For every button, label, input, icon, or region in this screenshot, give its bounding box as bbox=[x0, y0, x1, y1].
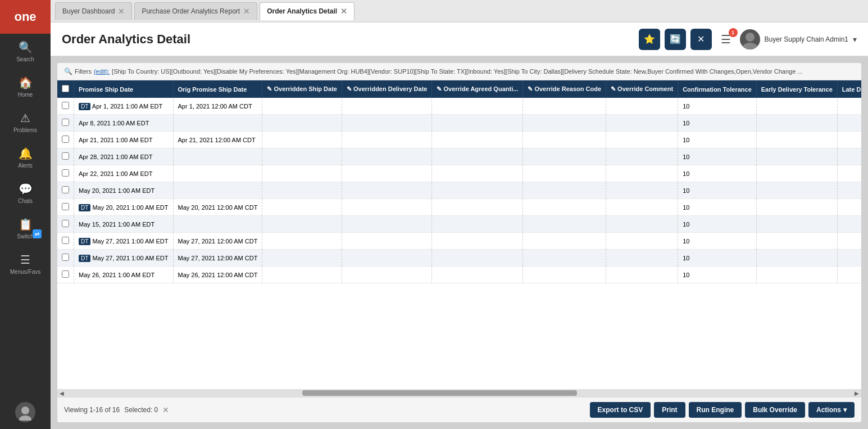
tab-bar: Buyer Dashboard ✕ Purchase Order Analyti… bbox=[51, 0, 868, 22]
row-col1: Apr 21, 2021 1:00 AM EDT bbox=[74, 132, 174, 148]
export-csv-button[interactable]: Export to CSV bbox=[590, 402, 651, 418]
row-early-tolerance bbox=[756, 182, 837, 199]
actions-button[interactable]: Actions ▾ bbox=[808, 402, 855, 418]
filter-edit-link[interactable]: (edit): bbox=[94, 68, 110, 75]
row-late-tolerance bbox=[837, 98, 861, 115]
row-overridden-ship-date bbox=[262, 115, 342, 132]
close-tab-buyer-dashboard[interactable]: ✕ bbox=[118, 7, 125, 15]
tab-order-analytics-detail[interactable]: Order Analytics Detail ✕ bbox=[260, 2, 355, 20]
row-checkbox[interactable] bbox=[62, 119, 69, 126]
sidebar-item-alerts[interactable]: 🔔 Alerts bbox=[0, 140, 51, 175]
sidebar: one 🔍 Search 🏠 Home ⚠ Problems 🔔 Alerts … bbox=[0, 0, 51, 429]
switch-icon: 📋 bbox=[19, 218, 33, 231]
row-checkbox-cell bbox=[57, 199, 74, 216]
row-early-tolerance bbox=[756, 165, 837, 182]
row-checkbox[interactable] bbox=[62, 220, 69, 227]
row-override-reason bbox=[523, 115, 606, 132]
row-override-reason bbox=[523, 165, 606, 182]
scroll-thumb[interactable] bbox=[302, 390, 578, 396]
horizontal-scrollbar[interactable]: ◀ ▶ bbox=[57, 389, 861, 397]
sidebar-item-search[interactable]: 🔍 Search bbox=[0, 34, 51, 69]
row-overridden-ship-date bbox=[262, 199, 342, 216]
row-checkbox-cell bbox=[57, 115, 74, 132]
row-early-tolerance bbox=[756, 115, 837, 132]
row-checkbox[interactable] bbox=[62, 186, 69, 193]
tab-po-analytics[interactable]: Purchase Order Analytics Report ✕ bbox=[134, 2, 257, 20]
star-button[interactable]: ⭐ bbox=[639, 29, 660, 50]
tab-label: Order Analytics Detail bbox=[267, 7, 337, 15]
row-checkbox[interactable] bbox=[62, 169, 69, 177]
row-override-agreed bbox=[432, 250, 523, 267]
row-orig-promise-ship-date bbox=[173, 165, 262, 182]
row-checkbox[interactable] bbox=[62, 270, 69, 278]
sidebar-item-home[interactable]: 🏠 Home bbox=[0, 69, 51, 105]
close-button[interactable]: ✕ bbox=[690, 29, 712, 50]
row-overridden-delivery-date bbox=[342, 165, 432, 182]
sidebar-item-label: Alerts bbox=[18, 162, 33, 169]
row-orig-promise-ship-date bbox=[173, 115, 262, 132]
row-overridden-ship-date bbox=[262, 216, 342, 233]
menus-icon: ☰ bbox=[20, 253, 30, 267]
row-checkbox[interactable] bbox=[62, 136, 69, 143]
print-button[interactable]: Print bbox=[654, 402, 685, 418]
row-checkbox[interactable] bbox=[62, 102, 69, 109]
row-orig-promise-ship-date bbox=[173, 216, 262, 233]
sidebar-item-label: Menus/Favs bbox=[10, 269, 40, 275]
sidebar-item-problems[interactable]: ⚠ Problems bbox=[0, 105, 51, 140]
refresh-button[interactable]: 🔄 bbox=[665, 29, 686, 50]
scroll-right-icon[interactable]: ▶ bbox=[852, 390, 861, 396]
row-override-reason bbox=[523, 182, 606, 199]
row-checkbox[interactable] bbox=[62, 203, 69, 210]
tab-buyer-dashboard[interactable]: Buyer Dashboard ✕ bbox=[55, 2, 132, 20]
row-late-tolerance bbox=[837, 250, 861, 267]
problems-icon: ⚠ bbox=[20, 111, 30, 125]
sidebar-item-chats[interactable]: 💬 Chats bbox=[0, 175, 51, 211]
table-footer: Viewing 1-16 of 16 Selected: 0 ✕ Export … bbox=[57, 397, 861, 422]
sidebar-item-avatar[interactable] bbox=[0, 395, 51, 429]
row-override-comment bbox=[606, 233, 678, 250]
sidebar-item-label: Search bbox=[16, 56, 34, 62]
sidebar-item-switch[interactable]: 📋 ⇄ Switch bbox=[0, 211, 51, 246]
row-col1: May 20, 2021 1:00 AM EDT bbox=[74, 182, 174, 199]
row-override-reason bbox=[523, 233, 606, 250]
alerts-icon: 🔔 bbox=[19, 147, 33, 160]
actions-label: Actions bbox=[816, 406, 841, 414]
row-orig-promise-ship-date: May 27, 2021 12:00 AM CDT bbox=[173, 250, 262, 267]
row-checkbox[interactable] bbox=[62, 237, 69, 244]
select-all-checkbox[interactable] bbox=[62, 85, 69, 92]
row-overridden-delivery-date bbox=[342, 250, 432, 267]
row-conf-tolerance: 10 bbox=[678, 148, 757, 165]
user-area[interactable]: Buyer Supply Chain Admin1 ▾ bbox=[740, 29, 857, 49]
clear-selection-icon[interactable]: ✕ bbox=[162, 405, 169, 414]
row-early-tolerance bbox=[756, 267, 837, 283]
row-col1: May 15, 2021 1:00 AM EDT bbox=[74, 216, 174, 233]
th-early-delivery-tolerance: Early Delivery Tolerance bbox=[756, 80, 837, 98]
row-overridden-ship-date bbox=[262, 182, 342, 199]
row-override-comment bbox=[606, 216, 678, 233]
close-tab-order-analytics[interactable]: ✕ bbox=[340, 7, 347, 15]
sidebar-item-menus[interactable]: ☰ Menus/Favs bbox=[0, 246, 51, 282]
table-container[interactable]: Promise Ship Date Orig Promise Ship Date… bbox=[57, 80, 861, 389]
row-col1: DT May 27, 2021 1:00 AM EDT bbox=[74, 250, 174, 267]
run-engine-button[interactable]: Run Engine bbox=[689, 402, 742, 418]
row-override-agreed bbox=[432, 199, 523, 216]
row-override-agreed bbox=[432, 216, 523, 233]
th-overridden-delivery-date: Overridden Delivery Date bbox=[342, 80, 432, 98]
close-tab-po-analytics[interactable]: ✕ bbox=[243, 7, 250, 15]
row-checkbox[interactable] bbox=[62, 152, 69, 160]
actions-dropdown-icon: ▾ bbox=[843, 406, 847, 414]
user-name: Buyer Supply Chain Admin1 bbox=[765, 35, 848, 43]
table-row: May 26, 2021 1:00 AM EDT May 26, 2021 12… bbox=[57, 267, 861, 283]
page-title: Order Analytics Detail bbox=[62, 32, 190, 47]
row-overridden-ship-date bbox=[262, 148, 342, 165]
dropdown-arrow-icon: ▾ bbox=[853, 35, 857, 44]
menu-button[interactable]: ☰ 1 bbox=[716, 30, 735, 48]
row-checkbox-cell bbox=[57, 216, 74, 233]
row-override-reason bbox=[523, 98, 606, 115]
svg-point-0 bbox=[21, 407, 29, 414]
bulk-override-button[interactable]: Bulk Override bbox=[745, 402, 805, 418]
row-col1: Apr 22, 2021 1:00 AM EDT bbox=[74, 165, 174, 182]
table-row: Apr 21, 2021 1:00 AM EDT Apr 21, 2021 12… bbox=[57, 132, 861, 148]
scroll-left-icon[interactable]: ◀ bbox=[57, 390, 66, 396]
row-checkbox[interactable] bbox=[62, 254, 69, 261]
